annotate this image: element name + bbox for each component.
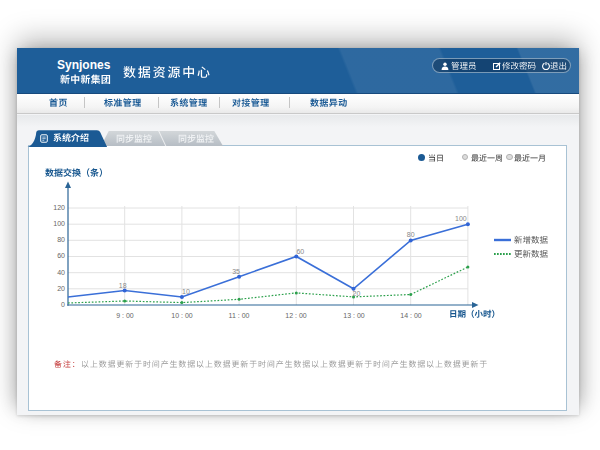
svg-text:80: 80 [407,231,415,238]
svg-text:10: 10 [182,288,190,295]
svg-text:100: 100 [455,215,467,222]
svg-text:35: 35 [232,268,240,275]
svg-text:20: 20 [353,290,361,297]
svg-text:60: 60 [296,248,304,255]
svg-text:18: 18 [119,282,127,289]
